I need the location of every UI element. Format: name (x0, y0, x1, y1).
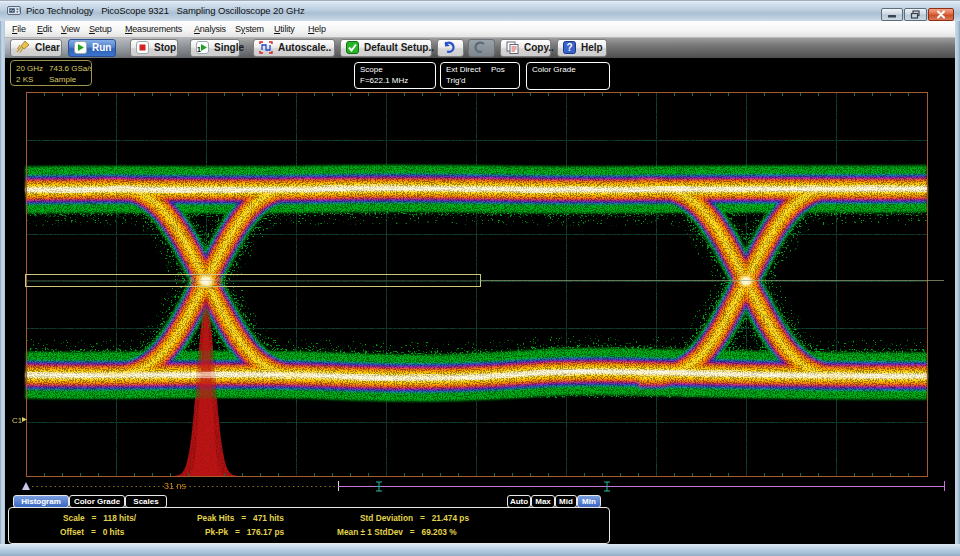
svg-text:C1: C1 (12, 416, 23, 425)
svg-text:31 ns: 31 ns (164, 481, 187, 491)
